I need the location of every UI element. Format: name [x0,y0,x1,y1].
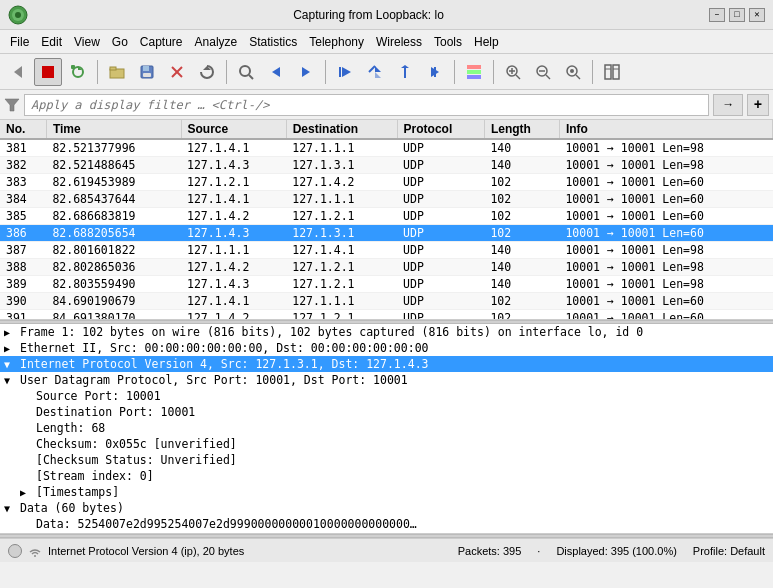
table-cell: 127.1.4.3 [181,225,286,242]
first-packet-btn[interactable] [331,58,359,86]
last-packet-btn[interactable] [421,58,449,86]
table-row[interactable]: 38782.801601822127.1.1.1127.1.4.1UDP1401… [0,242,773,259]
table-row[interactable]: 38482.685437644127.1.4.1127.1.1.1UDP1021… [0,191,773,208]
prev-packet-btn[interactable] [262,58,290,86]
expand-icon[interactable]: ▼ [4,375,16,386]
table-row[interactable]: 38582.686683819127.1.4.2127.1.2.1UDP1021… [0,208,773,225]
app-icon [8,5,28,25]
col-header-source[interactable]: Source [181,120,286,139]
maximize-button[interactable]: □ [729,8,745,22]
find-packet-btn[interactable] [232,58,260,86]
zoom-reset-btn[interactable] [559,58,587,86]
reload-btn[interactable] [193,58,221,86]
menu-item-file[interactable]: File [4,33,35,51]
expand-icon[interactable]: ▶ [20,487,32,498]
back-nav-btn[interactable] [4,58,32,86]
save-file-btn[interactable] [133,58,161,86]
table-cell: 102 [484,208,559,225]
menu-item-wireless[interactable]: Wireless [370,33,428,51]
table-row[interactable]: 38182.521377996127.1.4.1127.1.1.1UDP1401… [0,139,773,157]
detail-row[interactable]: Checksum: 0x055c [unverified] [0,436,773,452]
minimize-button[interactable]: – [709,8,725,22]
table-row[interactable]: 39084.690190679127.1.4.1127.1.1.1UDP1021… [0,293,773,310]
table-cell: 127.1.2.1 [286,276,397,293]
detail-row[interactable]: ▶[Timestamps] [0,484,773,500]
table-cell: 381 [0,139,46,157]
prev-shown-btn[interactable] [361,58,389,86]
packet-table-container[interactable]: No. Time Source Destination Protocol Len… [0,120,773,320]
detail-row[interactable]: Destination Port: 10001 [0,404,773,420]
table-cell: 127.1.4.3 [181,276,286,293]
col-header-time[interactable]: Time [46,120,181,139]
detail-row[interactable]: ▼User Datagram Protocol, Src Port: 10001… [0,372,773,388]
window-title: Capturing from Loopback: lo [28,8,709,22]
expand-icon[interactable]: ▶ [4,327,16,338]
coloring-rules-btn[interactable] [460,58,488,86]
detail-row[interactable]: ▼Data (60 bytes) [0,500,773,516]
svg-point-2 [15,12,21,18]
window-controls[interactable]: – □ ✕ [709,8,765,22]
status-profile: Profile: Default [693,545,765,557]
detail-row[interactable]: ▶Ethernet II, Src: 00:00:00:00:00:00, Ds… [0,340,773,356]
table-cell: 82.686683819 [46,208,181,225]
svg-rect-12 [143,73,151,77]
detail-row[interactable]: ▶Frame 1: 102 bytes on wire (816 bits), … [0,324,773,340]
detail-row[interactable]: [Stream index: 0] [0,468,773,484]
detail-text: [Checksum Status: Unverified] [36,453,237,467]
menu-item-view[interactable]: View [68,33,106,51]
detail-text: [Stream index: 0] [36,469,154,483]
col-header-protocol[interactable]: Protocol [397,120,484,139]
col-header-info[interactable]: Info [559,120,772,139]
table-row[interactable]: 39184.691380170127.1.4.2127.1.2.1UDP1021… [0,310,773,321]
table-row[interactable]: 38282.521488645127.1.4.3127.1.3.1UDP1401… [0,157,773,174]
next-shown-btn[interactable] [391,58,419,86]
expand-icon[interactable]: ▶ [4,343,16,354]
zoom-in-btn[interactable] [499,58,527,86]
table-row[interactable]: 38982.803559490127.1.4.3127.1.2.1UDP1401… [0,276,773,293]
detail-row[interactable]: Source Port: 10001 [0,388,773,404]
next-packet-btn[interactable] [292,58,320,86]
filter-add-btn[interactable]: + [747,94,769,116]
menu-item-edit[interactable]: Edit [35,33,68,51]
detail-row[interactable]: Length: 68 [0,420,773,436]
menu-item-telephony[interactable]: Telephony [303,33,370,51]
table-row[interactable]: 38882.802865036127.1.4.2127.1.2.1UDP1401… [0,259,773,276]
svg-rect-43 [613,65,619,79]
table-row[interactable]: 38382.619453989127.1.2.1127.1.4.2UDP1021… [0,174,773,191]
detail-row[interactable]: Data: 5254007e2d995254007e2d999000000000… [0,516,773,532]
table-row[interactable]: 38682.688205654127.1.4.3127.1.3.1UDP1021… [0,225,773,242]
menu-bar: FileEditViewGoCaptureAnalyzeStatisticsTe… [0,30,773,54]
expand-icon[interactable]: ▼ [4,503,16,514]
detail-row[interactable]: ▼Internet Protocol Version 4, Src: 127.1… [0,356,773,372]
table-cell: 102 [484,174,559,191]
detail-row[interactable]: [Checksum Status: Unverified] [0,452,773,468]
filter-apply-btn[interactable]: → [713,94,743,116]
stop-capture-btn[interactable] [34,58,62,86]
column-editor-btn[interactable] [598,58,626,86]
table-cell: 127.1.1.1 [286,139,397,157]
close-file-btn[interactable] [163,58,191,86]
menu-item-go[interactable]: Go [106,33,134,51]
menu-item-statistics[interactable]: Statistics [243,33,303,51]
restart-capture-btn[interactable] [64,58,92,86]
menu-item-analyze[interactable]: Analyze [189,33,244,51]
expand-icon[interactable]: ▼ [4,359,16,370]
close-button[interactable]: ✕ [749,8,765,22]
col-header-no[interactable]: No. [0,120,46,139]
status-protocol-info: Internet Protocol Version 4 (ip), 20 byt… [48,545,244,557]
open-file-btn[interactable] [103,58,131,86]
col-header-destination[interactable]: Destination [286,120,397,139]
svg-marker-46 [5,99,19,111]
display-filter-input[interactable] [24,94,709,116]
table-cell: 102 [484,293,559,310]
table-cell: 382 [0,157,46,174]
menu-item-help[interactable]: Help [468,33,505,51]
table-cell: 82.521488645 [46,157,181,174]
svg-rect-30 [467,70,481,74]
menu-item-capture[interactable]: Capture [134,33,189,51]
svg-line-24 [369,66,375,72]
col-header-length[interactable]: Length [484,120,559,139]
detail-pane[interactable]: ▶Frame 1: 102 bytes on wire (816 bits), … [0,324,773,534]
menu-item-tools[interactable]: Tools [428,33,468,51]
zoom-out-btn[interactable] [529,58,557,86]
